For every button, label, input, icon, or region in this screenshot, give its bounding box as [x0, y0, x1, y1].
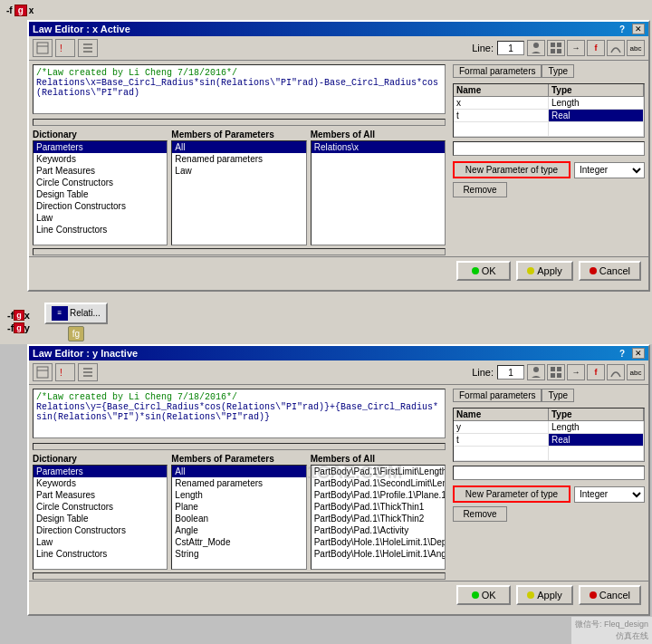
- all-item-4-bottom[interactable]: PartBody\Pad.1\ThickThin1: [312, 501, 445, 513]
- bottom-icon-abc[interactable]: abc: [627, 364, 645, 380]
- dict-item-keywords-bottom[interactable]: Keywords: [34, 477, 167, 489]
- dict-item-line-bottom[interactable]: Line Constructors: [34, 548, 167, 560]
- dict-item-keywords-top[interactable]: Keywords: [34, 153, 167, 165]
- all-item-5-bottom[interactable]: PartBody\Pad.1\ThickThin2: [312, 513, 445, 524]
- all-item-2-bottom[interactable]: PartBody\Pad.1\SecondLimit\Length: [312, 477, 445, 489]
- icon-abc[interactable]: abc: [627, 40, 645, 56]
- bottom-icon-f[interactable]: f: [587, 364, 605, 380]
- all-item-6-bottom[interactable]: PartBody\Pad.1\Activity: [312, 524, 445, 536]
- bottom-icon-arrow[interactable]: →: [567, 364, 585, 380]
- apply-dot-top: [527, 267, 534, 274]
- members-params-renamed-bottom[interactable]: Renamed parameters: [172, 477, 305, 489]
- help-icon[interactable]: ?: [619, 24, 625, 34]
- bottom-members-all-list[interactable]: PartBody\Pad.1\FirstLimit\Length PartBod…: [311, 465, 446, 570]
- dict-item-part-measures-bottom[interactable]: Part Measures: [34, 489, 167, 501]
- top-formula-box[interactable]: /*Law created by Li Cheng 7/18/2016*/ Re…: [33, 64, 446, 114]
- dict-item-circle-bottom[interactable]: Circle Constructors: [34, 501, 167, 513]
- top-editor-main: /*Law created by Li Cheng 7/18/2016*/ Re…: [29, 61, 648, 256]
- members-params-renamed-top[interactable]: Renamed parameters: [172, 153, 305, 165]
- bottom-toolbar-btn-3[interactable]: [78, 363, 98, 381]
- members-params-angle-bottom[interactable]: Angle: [172, 524, 305, 536]
- formal-params-tab-bottom[interactable]: Formal parameters: [453, 389, 542, 402]
- formal-params-tab-top[interactable]: Formal parameters: [453, 64, 542, 78]
- top-new-param-btn[interactable]: New Parameter of type: [453, 161, 570, 178]
- toolbar-btn-2[interactable]: !: [55, 39, 75, 57]
- type-tab-bottom[interactable]: Type: [542, 389, 574, 402]
- all-item-3-bottom[interactable]: PartBody\Pad.1\Profile.1\Plane.1: [312, 489, 445, 501]
- top-remove-btn[interactable]: Remove: [453, 182, 507, 197]
- bottom-icon-grid[interactable]: [547, 364, 565, 380]
- members-params-cst-bottom[interactable]: CstAttr_Mode: [172, 536, 305, 548]
- type-tab-top[interactable]: Type: [542, 64, 574, 78]
- dict-item-direction-bottom[interactable]: Direction Constructors: [34, 524, 167, 536]
- members-all-item-top[interactable]: Relations\x: [312, 141, 445, 153]
- bottom-toolbar-btn-2[interactable]: !: [55, 363, 75, 381]
- bottom-dict-list[interactable]: Parameters Keywords Part Measures Circle…: [33, 465, 168, 570]
- bottom-toolbar-btn-1[interactable]: [33, 363, 53, 381]
- bottom-icon-curve[interactable]: [607, 364, 625, 380]
- top-ok-btn[interactable]: OK: [456, 261, 511, 281]
- top-dict-list[interactable]: Parameters Keywords Part Measures Circle…: [33, 140, 168, 245]
- all-item-1-bottom[interactable]: PartBody\Pad.1\FirstLimit\Length: [312, 466, 445, 477]
- all-item-7-bottom[interactable]: PartBody\Hole.1\HoleLimit.1\Depth: [312, 536, 445, 548]
- top-members-params-list[interactable]: All Renamed parameters Law: [171, 140, 306, 245]
- icon-curve[interactable]: [607, 40, 625, 56]
- members-params-boolean-bottom[interactable]: Boolean: [172, 513, 305, 524]
- dict-item-part-measures-top[interactable]: Part Measures: [34, 165, 167, 177]
- dict-item-law-bottom[interactable]: Law: [34, 536, 167, 548]
- dict-item-direction-top[interactable]: Direction Constructors: [34, 200, 167, 212]
- top-titlebar: Law Editor : x Active ? ✕: [29, 22, 648, 36]
- top-hscrollbar[interactable]: [33, 248, 446, 255]
- icon-person[interactable]: [527, 40, 545, 56]
- top-param-type-select[interactable]: Integer Real Length Boolean: [574, 162, 645, 178]
- dict-item-law-top[interactable]: Law: [34, 212, 167, 224]
- fg-mid-button[interactable]: fg: [68, 326, 84, 341]
- dict-item-parameters-top[interactable]: Parameters: [34, 141, 167, 153]
- line-input-bottom[interactable]: [497, 365, 524, 380]
- dict-item-parameters-bottom[interactable]: Parameters: [34, 466, 167, 477]
- formula-comment-top: /*Law created by Li Cheng 7/18/2016*/: [36, 68, 442, 78]
- bottom-icon-person[interactable]: [527, 364, 545, 380]
- help-icon-bottom[interactable]: ?: [619, 349, 625, 359]
- dict-item-design-bottom[interactable]: Design Table: [34, 513, 167, 524]
- bottom-ok-btn[interactable]: OK: [456, 585, 511, 605]
- members-params-all-bottom[interactable]: All: [172, 466, 305, 477]
- toolbar-btn-3[interactable]: [78, 39, 98, 57]
- bottom-left-section: /*Law created by Li Cheng 7/18/2016*/ Re…: [29, 385, 449, 581]
- bottom-members-params-list[interactable]: All Renamed parameters Length Plane Bool…: [171, 465, 306, 570]
- bottom-param-type-select[interactable]: Integer Real Length Boolean: [574, 486, 645, 503]
- members-params-length-bottom[interactable]: Length: [172, 489, 305, 501]
- all-item-8-bottom[interactable]: PartBody\Hole.1\HoleLimit.1\Angle: [312, 548, 445, 560]
- bottom-members-params-col: Members of Parameters All Renamed parame…: [171, 453, 306, 570]
- cancel-dot-top: [590, 267, 597, 274]
- relati-button[interactable]: ≡ Relati...: [44, 303, 108, 324]
- icon-f[interactable]: f: [587, 40, 605, 56]
- toolbar-btn-1[interactable]: [33, 39, 53, 57]
- close-button-top[interactable]: ✕: [632, 24, 645, 34]
- bottom-new-param-btn[interactable]: New Parameter of type: [453, 485, 570, 503]
- bottom-param-row-empty: [454, 447, 644, 461]
- members-params-string-bottom[interactable]: String: [172, 548, 305, 560]
- members-params-plane-bottom[interactable]: Plane: [172, 501, 305, 513]
- bottom-scrollbar[interactable]: [33, 443, 446, 450]
- fg-x-button[interactable]: -f g x: [4, 4, 36, 17]
- dict-item-line-top[interactable]: Line Constructors: [34, 224, 167, 235]
- svg-rect-10: [557, 49, 561, 53]
- top-members-all-list[interactable]: Relations\x: [311, 140, 446, 245]
- dict-item-design-table-top[interactable]: Design Table: [34, 188, 167, 200]
- icon-grid[interactable]: [547, 40, 565, 56]
- members-params-law-top[interactable]: Law: [172, 165, 305, 177]
- bottom-remove-btn[interactable]: Remove: [453, 506, 507, 522]
- icon-arrow-right[interactable]: →: [567, 40, 585, 56]
- top-apply-btn[interactable]: Apply: [516, 261, 573, 281]
- close-button-bottom[interactable]: ✕: [632, 348, 645, 359]
- members-params-all-top[interactable]: All: [172, 141, 305, 153]
- line-input-top[interactable]: [497, 41, 524, 55]
- bottom-formula-box[interactable]: /*Law created by Li Cheng 7/18/2016*/ Re…: [33, 389, 446, 438]
- dict-item-circle-constructors-top[interactable]: Circle Constructors: [34, 177, 167, 188]
- bottom-apply-btn[interactable]: Apply: [516, 585, 573, 605]
- bottom-hscrollbar[interactable]: [33, 572, 446, 580]
- top-cancel-btn[interactable]: Cancel: [579, 261, 641, 281]
- bottom-cancel-btn[interactable]: Cancel: [579, 585, 641, 605]
- top-scrollbar[interactable]: [33, 119, 446, 126]
